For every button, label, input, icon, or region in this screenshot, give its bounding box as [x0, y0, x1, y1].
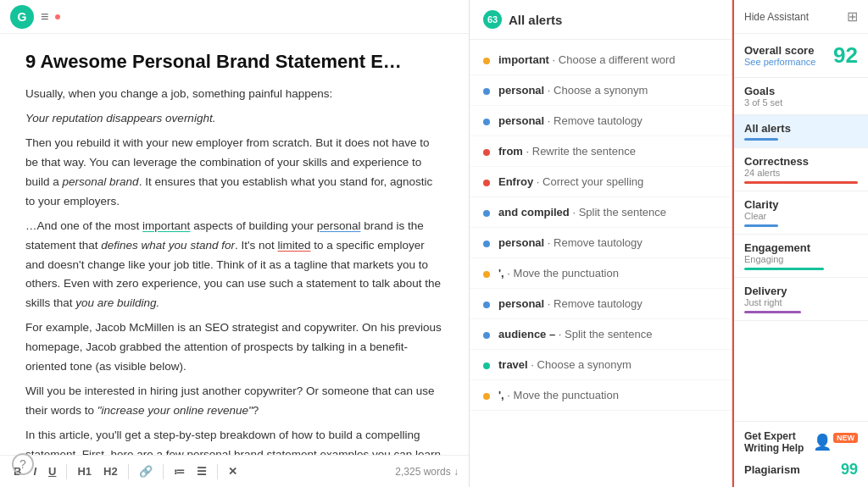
alert-action: · Choose a different word: [553, 53, 676, 66]
unordered-list-button[interactable]: ☰: [193, 463, 210, 479]
editor-area: G ≡ 9 Awesome Personal Brand Statement E…: [0, 0, 470, 487]
alert-keyword: ',: [498, 267, 504, 279]
nav-item-bar: [744, 181, 858, 184]
separator-1: [66, 464, 67, 479]
alert-keyword: Enfroy: [498, 175, 533, 188]
nav-item-title: Clarity: [744, 198, 858, 211]
alert-text: personal · Choose a synonym: [498, 84, 648, 97]
score-section: Overall score See performance 92: [734, 34, 868, 78]
nav-item-sub: Just right: [744, 297, 858, 307]
nav-item-bar: [744, 224, 778, 227]
alert-item[interactable]: personal · Choose a synonym: [470, 75, 732, 106]
alert-dot: [483, 393, 490, 400]
editor-body[interactable]: Usually, when you change a job, somethin…: [25, 85, 443, 455]
para-6: Will you be interested in hiring just an…: [25, 382, 443, 421]
nav-item-delivery[interactable]: Delivery Just right: [734, 278, 868, 321]
alert-action: · Remove tautology: [548, 114, 643, 127]
ordered-list-button[interactable]: ≔: [170, 463, 188, 479]
alert-item[interactable]: Enfroy · Correct your spelling: [470, 167, 732, 197]
overall-score-label: Overall score: [744, 44, 815, 57]
separator-3: [163, 464, 164, 479]
alert-item[interactable]: from · Rewrite the sentence: [470, 136, 732, 167]
nav-item-clarity[interactable]: Clarity Clear: [734, 191, 868, 235]
goals-section[interactable]: Goals 3 of 5 set: [734, 78, 868, 115]
alert-dot: [483, 119, 490, 125]
nav-item-title: Correctness: [744, 155, 858, 168]
alerts-count-badge: 63: [483, 10, 502, 29]
alert-keyword: and compiled: [498, 206, 570, 219]
clear-format-button[interactable]: ✕: [225, 463, 241, 479]
nav-item-sub: Engaging: [744, 254, 858, 264]
expert-writing-icon: 👤: [813, 433, 832, 451]
nav-item-all-alerts[interactable]: All alerts: [734, 115, 868, 148]
document-title: 9 Awesome Personal Brand Statement E…: [25, 51, 443, 73]
alert-keyword: personal: [498, 84, 544, 97]
hamburger-icon[interactable]: ≡: [41, 9, 48, 25]
alert-dot: [483, 180, 490, 186]
expert-writing-section[interactable]: Get Expert Writing Help 👤 NEW: [744, 430, 858, 454]
alerts-header: 63 All alerts: [470, 0, 732, 40]
alert-dot: [483, 302, 490, 308]
alert-action: · Choose a synonym: [548, 84, 648, 97]
alert-action: · Choose a synonym: [531, 358, 632, 371]
alert-text: ', · Move the punctuation: [498, 389, 619, 401]
alert-keyword: travel: [498, 358, 528, 371]
new-badge: NEW: [833, 433, 858, 443]
alert-text: travel · Choose a synonym: [498, 358, 632, 371]
alert-dot: [483, 332, 490, 339]
separator-4: [217, 464, 218, 479]
link-button[interactable]: 🔗: [136, 463, 156, 479]
nav-item-engagement[interactable]: Engagement Engaging: [734, 235, 868, 278]
alert-item[interactable]: personal · Remove tautology: [470, 106, 732, 136]
right-panel-header: Hide Assistant ⊞: [734, 0, 868, 34]
see-performance-link[interactable]: See performance: [744, 57, 815, 67]
alerts-list[interactable]: important · Choose a different word pers…: [470, 40, 732, 487]
nav-item-bar: [744, 268, 824, 270]
expert-writing-label: Get Expert Writing Help: [744, 430, 813, 454]
alert-keyword: personal: [498, 297, 544, 310]
h1-button[interactable]: H1: [74, 463, 95, 479]
para-4: …And one of the most important aspects o…: [25, 217, 443, 314]
alert-keyword: personal: [498, 236, 544, 249]
alert-keyword: personal: [498, 114, 544, 127]
alert-action: · Rewrite the sentence: [526, 145, 636, 158]
alert-action: · Correct your spelling: [537, 175, 643, 188]
alert-dot: [483, 149, 490, 156]
plagiarism-row[interactable]: Plagiarism 99: [744, 461, 858, 479]
editor-toolbar: B I U H1 H2 🔗 ≔ ☰ ✕ 2,325 words ↓: [0, 455, 469, 487]
alert-text: important · Choose a different word: [498, 53, 676, 66]
underline-button[interactable]: U: [45, 463, 59, 479]
hide-assistant-button[interactable]: Hide Assistant: [744, 11, 809, 23]
alert-item[interactable]: important · Choose a different word: [470, 45, 732, 75]
alert-keyword: ',: [498, 389, 504, 401]
alert-item[interactable]: and compiled · Split the sentence: [470, 197, 732, 228]
alert-action: · Move the punctuation: [507, 267, 619, 279]
alert-text: personal · Remove tautology: [498, 297, 643, 310]
panel-menu-icon[interactable]: ⊞: [847, 8, 858, 25]
help-button[interactable]: ?: [12, 453, 34, 475]
alert-item[interactable]: ', · Move the punctuation: [470, 258, 732, 289]
alert-item[interactable]: travel · Choose a synonym: [470, 350, 732, 380]
notification-dot: [55, 14, 60, 19]
alerts-title: All alerts: [509, 13, 562, 27]
alert-dot: [483, 271, 490, 278]
goals-sub: 3 of 5 set: [744, 97, 858, 108]
nav-item-correctness[interactable]: Correctness 24 alerts: [734, 148, 868, 191]
para-1: Usually, when you change a job, somethin…: [25, 85, 443, 104]
nav-item-bar: [744, 138, 778, 141]
alert-dot: [483, 210, 490, 217]
alert-item[interactable]: personal · Remove tautology: [470, 289, 732, 319]
plagiarism-label: Plagiarism: [744, 463, 800, 476]
alert-dot: [483, 362, 490, 369]
editor-content[interactable]: 9 Awesome Personal Brand Statement E… Us…: [0, 34, 469, 455]
alert-item[interactable]: audience – · Split the sentence: [470, 319, 732, 350]
alert-action: · Move the punctuation: [507, 389, 619, 401]
nav-item-sub: 24 alerts: [744, 168, 858, 178]
nav-item-title: Delivery: [744, 285, 858, 297]
alert-keyword: important: [498, 53, 549, 66]
alert-keyword: from: [498, 145, 523, 158]
para-3: Then you rebuild it with your new employ…: [25, 134, 443, 212]
alert-item[interactable]: ', · Move the punctuation: [470, 380, 732, 411]
alert-item[interactable]: personal · Remove tautology: [470, 228, 732, 258]
h2-button[interactable]: H2: [100, 463, 121, 479]
